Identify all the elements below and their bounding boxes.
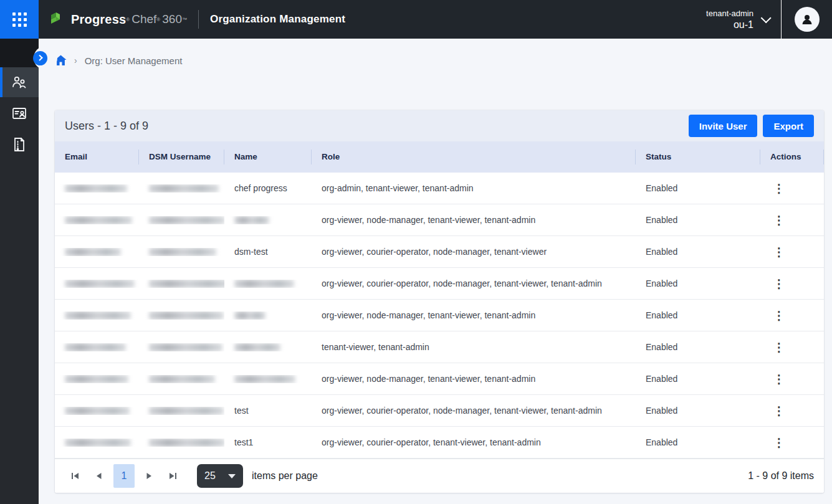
redacted-text	[149, 439, 224, 447]
redacted-text	[149, 375, 215, 383]
cell-dsm-username	[139, 311, 224, 320]
row-actions-menu-button[interactable]: ⋮	[770, 179, 788, 197]
cell-role: org-viewer, courier-operator, node-manag…	[312, 406, 636, 416]
table-body: chef progress org-admin, tenant-viewer, …	[55, 173, 824, 459]
brand-reg-mark: ®	[126, 17, 130, 22]
cell-email	[55, 248, 139, 256]
cell-actions: ⋮	[760, 211, 824, 229]
avatar[interactable]	[795, 7, 820, 32]
redacted-text	[65, 439, 131, 447]
chevron-down-icon	[761, 12, 772, 23]
redacted-text	[149, 184, 219, 193]
page-size-value: 25	[204, 470, 216, 482]
cell-actions: ⋮	[760, 434, 824, 451]
table-row: org-viewer, node-manager, tenant-viewer,…	[55, 204, 824, 236]
zip-document-icon	[12, 136, 27, 153]
cell-email	[55, 407, 139, 415]
export-button[interactable]: Export	[763, 115, 814, 137]
cell-dsm-username	[139, 280, 224, 288]
header-divider	[198, 10, 199, 29]
kebab-icon: ⋮	[773, 310, 785, 321]
first-page-button[interactable]	[65, 464, 86, 488]
column-header-actions: Actions	[760, 150, 824, 164]
cell-status: Enabled	[636, 374, 760, 384]
cell-name	[224, 375, 312, 383]
next-page-button[interactable]	[138, 464, 160, 488]
redacted-text	[149, 407, 224, 415]
redacted-text	[149, 280, 224, 288]
row-actions-menu-button[interactable]: ⋮	[770, 275, 788, 292]
cell-status: Enabled	[636, 310, 760, 320]
cell-role: org-admin, tenant-viewer, tenant-admin	[312, 183, 636, 193]
kebab-icon: ⋮	[773, 278, 785, 290]
tenant-switcher[interactable]: tenant-admin ou-1	[706, 9, 768, 31]
kebab-icon: ⋮	[773, 214, 785, 226]
users-card-header: Users - 1 - 9 of 9 Invite User Export	[55, 110, 824, 141]
breadcrumb-current: Org: User Management	[85, 55, 183, 66]
table-row: chef progress org-admin, tenant-viewer, …	[55, 173, 824, 204]
previous-page-button[interactable]	[88, 464, 110, 488]
row-actions-menu-button[interactable]: ⋮	[770, 402, 788, 419]
cell-name	[224, 343, 312, 351]
cell-name: test	[224, 406, 312, 416]
redacted-text	[149, 248, 216, 256]
cell-email	[55, 343, 139, 351]
pagination-bar: 1 25 items per page 1 - 9 of 9 items	[55, 459, 824, 493]
sidebar-item-user-card[interactable]	[0, 98, 39, 128]
cell-name: chef progress	[224, 183, 312, 193]
cell-dsm-username	[139, 375, 224, 383]
page-number-button[interactable]: 1	[113, 464, 135, 488]
table-row: tenant-viewer, tenant-admin Enabled ⋮	[55, 331, 824, 363]
cell-actions: ⋮	[760, 275, 824, 292]
table-row: org-viewer, node-manager, tenant-viewer,…	[55, 363, 824, 395]
row-actions-menu-button[interactable]: ⋮	[770, 307, 788, 324]
cell-role: org-viewer, node-manager, tenant-viewer,…	[312, 374, 636, 384]
cell-role: org-viewer, node-manager, tenant-viewer,…	[312, 215, 636, 225]
redacted-text	[65, 343, 126, 351]
redacted-text	[65, 375, 128, 383]
cell-actions: ⋮	[760, 307, 824, 324]
row-actions-menu-button[interactable]: ⋮	[770, 211, 788, 229]
cell-dsm-username	[139, 184, 224, 193]
redacted-text	[234, 216, 269, 224]
cell-status: Enabled	[636, 215, 760, 225]
page-size-select[interactable]: 25	[197, 464, 243, 488]
brand-logo: Progress®Chef®360™	[50, 11, 187, 27]
last-page-button[interactable]	[162, 464, 183, 488]
cell-actions: ⋮	[760, 370, 824, 388]
kebab-icon: ⋮	[773, 183, 785, 194]
redacted-text	[65, 311, 131, 320]
items-range-label: 1 - 9 of 9 items	[748, 470, 814, 482]
row-actions-menu-button[interactable]: ⋮	[770, 243, 788, 260]
cell-role: org-viewer, courier-operator, node-manag…	[312, 247, 636, 257]
row-actions-menu-button[interactable]: ⋮	[770, 370, 788, 388]
brand-reg-mark-2: ®	[156, 17, 160, 22]
cell-status: Enabled	[636, 183, 760, 193]
sidebar-item-users[interactable]	[0, 67, 39, 97]
app-launcher-button[interactable]	[0, 0, 39, 39]
user-menu-section	[781, 0, 832, 39]
caret-down-icon	[228, 474, 236, 478]
brand-progress-text: Progress	[71, 12, 126, 27]
apps-grid-icon	[12, 12, 27, 27]
redacted-text	[234, 375, 295, 383]
cell-dsm-username	[139, 343, 224, 351]
kebab-icon: ⋮	[773, 246, 785, 258]
column-header-status: Status	[636, 150, 760, 164]
kebab-icon: ⋮	[773, 405, 785, 417]
breadcrumb-separator: ›	[74, 55, 77, 65]
redacted-text	[65, 216, 132, 224]
redacted-text	[234, 311, 265, 320]
redacted-text	[65, 184, 127, 193]
sidebar-item-zip-document[interactable]	[0, 130, 39, 159]
sidebar-top-shade	[0, 39, 39, 67]
chef-logo-icon	[50, 11, 66, 27]
table-row: org-viewer, courier-operator, node-manag…	[55, 268, 824, 300]
row-actions-menu-button[interactable]: ⋮	[770, 434, 788, 451]
sidebar	[0, 39, 39, 504]
row-actions-menu-button[interactable]: ⋮	[770, 338, 788, 356]
sidebar-expand-button[interactable]	[33, 51, 47, 65]
invite-user-button[interactable]: Invite User	[689, 115, 758, 137]
user-icon	[800, 12, 814, 26]
users-icon	[11, 75, 27, 90]
